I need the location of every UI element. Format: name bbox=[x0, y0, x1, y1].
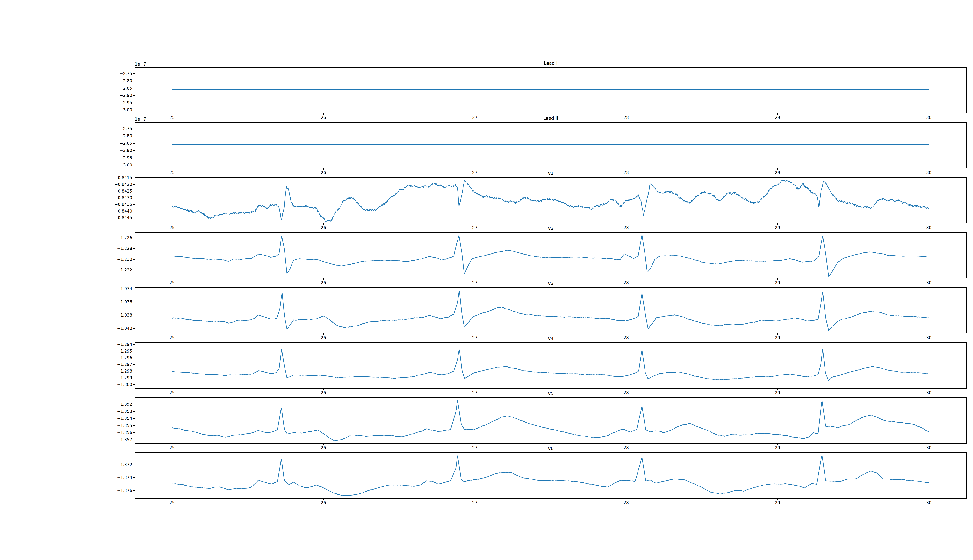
y-tick-mark bbox=[133, 150, 135, 151]
x-tick-mark bbox=[172, 168, 172, 170]
subplot-title-lead-ii: Lead II bbox=[473, 115, 629, 121]
y-tick-mark bbox=[133, 143, 135, 143]
x-tick-label: 25 bbox=[157, 225, 187, 230]
x-tick-mark bbox=[929, 278, 929, 280]
y-tick-label: −1.297 bbox=[101, 362, 132, 367]
ecg-trace-line-v2 bbox=[172, 235, 928, 277]
y-tick-mark bbox=[133, 477, 135, 478]
x-tick-mark bbox=[929, 388, 929, 390]
x-tick-mark bbox=[172, 498, 172, 500]
x-tick-mark bbox=[777, 113, 778, 115]
x-tick-label: 26 bbox=[308, 335, 339, 340]
y-tick-mark bbox=[133, 364, 135, 365]
y-tick-mark bbox=[133, 136, 135, 136]
y-tick-label: −1.353 bbox=[101, 409, 132, 414]
y-tick-mark bbox=[133, 198, 135, 198]
subplot-title-lead-i: Lead I bbox=[473, 60, 629, 66]
subplot-frame-v1 bbox=[135, 177, 966, 223]
y-tick-label: −3.00 bbox=[101, 162, 132, 168]
x-tick-label: 30 bbox=[913, 225, 945, 230]
subplot-frame-lead-i bbox=[135, 67, 966, 113]
x-tick-label: 26 bbox=[308, 170, 339, 175]
x-tick-mark bbox=[475, 388, 475, 390]
y-tick-mark bbox=[133, 328, 135, 328]
x-tick-mark bbox=[929, 113, 929, 115]
y-tick-label: −2.85 bbox=[101, 141, 132, 146]
x-tick-label: 29 bbox=[762, 280, 793, 285]
y-tick-label: −2.75 bbox=[101, 126, 132, 132]
y-tick-mark bbox=[133, 204, 135, 205]
x-tick-mark bbox=[323, 113, 324, 115]
y-tick-mark bbox=[133, 425, 135, 426]
x-tick-mark bbox=[626, 223, 627, 225]
subplot-title-v2: V2 bbox=[473, 225, 629, 231]
x-tick-label: 30 bbox=[913, 335, 945, 340]
x-tick-mark bbox=[626, 443, 627, 445]
x-tick-label: 27 bbox=[459, 500, 490, 505]
x-tick-mark bbox=[777, 278, 778, 280]
x-tick-mark bbox=[475, 223, 475, 225]
y-tick-label: −2.85 bbox=[101, 85, 132, 91]
y-tick-mark bbox=[133, 103, 135, 103]
y-tick-mark bbox=[133, 490, 135, 491]
y-tick-label: −1.232 bbox=[101, 267, 132, 273]
x-tick-mark bbox=[172, 388, 172, 390]
x-tick-mark bbox=[777, 443, 778, 445]
x-tick-label: 30 bbox=[913, 170, 945, 175]
y-tick-label: −1.354 bbox=[101, 416, 132, 421]
y-tick-label: −0.8415 bbox=[101, 175, 132, 180]
ecg-trace-line-v5 bbox=[172, 400, 928, 441]
ecg-trace-line-v4 bbox=[172, 349, 928, 380]
subplot-frame-lead-ii bbox=[135, 122, 966, 168]
y-tick-label: −0.8435 bbox=[101, 202, 132, 207]
y-tick-mark bbox=[133, 184, 135, 185]
x-tick-label: 29 bbox=[762, 335, 793, 340]
subplot-title-v4: V4 bbox=[473, 335, 629, 341]
y-tick-mark bbox=[133, 465, 135, 465]
y-tick-label: −1.355 bbox=[101, 423, 132, 428]
x-tick-label: 26 bbox=[308, 445, 339, 450]
y-tick-mark bbox=[133, 110, 135, 110]
y-tick-label: −1.036 bbox=[101, 299, 132, 305]
x-tick-mark bbox=[777, 333, 778, 335]
y-tick-mark bbox=[133, 165, 135, 165]
x-tick-label: 25 bbox=[157, 445, 187, 450]
axis-offset-label: 1e−7 bbox=[135, 62, 174, 67]
x-tick-label: 25 bbox=[157, 170, 187, 175]
y-tick-mark bbox=[133, 73, 135, 74]
x-tick-label: 29 bbox=[762, 115, 793, 120]
x-tick-mark bbox=[172, 333, 172, 335]
x-tick-label: 26 bbox=[308, 225, 339, 230]
x-tick-mark bbox=[777, 223, 778, 225]
y-tick-mark bbox=[133, 248, 135, 249]
y-tick-mark bbox=[133, 238, 135, 238]
x-tick-mark bbox=[777, 388, 778, 390]
ecg-trace-line-v3 bbox=[172, 291, 928, 331]
x-tick-mark bbox=[626, 113, 627, 115]
x-tick-mark bbox=[929, 168, 929, 170]
y-tick-label: −2.80 bbox=[101, 78, 132, 83]
y-tick-label: −1.357 bbox=[101, 437, 132, 443]
x-tick-mark bbox=[777, 168, 778, 170]
x-tick-mark bbox=[475, 168, 475, 170]
y-tick-label: −1.298 bbox=[101, 368, 132, 374]
y-tick-label: −1.230 bbox=[101, 257, 132, 262]
x-tick-label: 29 bbox=[762, 500, 793, 505]
x-tick-mark bbox=[323, 333, 324, 335]
y-tick-mark bbox=[133, 404, 135, 405]
y-tick-mark bbox=[133, 371, 135, 372]
subplot-frame-v3 bbox=[135, 287, 966, 333]
y-tick-label: −0.8445 bbox=[101, 215, 132, 220]
x-tick-mark bbox=[172, 278, 172, 280]
x-tick-label: 30 bbox=[913, 445, 945, 450]
y-tick-label: −1.295 bbox=[101, 348, 132, 354]
x-tick-label: 26 bbox=[308, 280, 339, 285]
x-tick-mark bbox=[323, 498, 324, 500]
y-tick-mark bbox=[133, 158, 135, 158]
x-tick-mark bbox=[323, 388, 324, 390]
x-tick-label: 29 bbox=[762, 225, 793, 230]
y-tick-label: −1.040 bbox=[101, 326, 132, 331]
y-tick-label: −2.90 bbox=[101, 148, 132, 153]
subplot-frame-v4 bbox=[135, 342, 966, 388]
ecg-trace-area-v5 bbox=[135, 398, 966, 443]
